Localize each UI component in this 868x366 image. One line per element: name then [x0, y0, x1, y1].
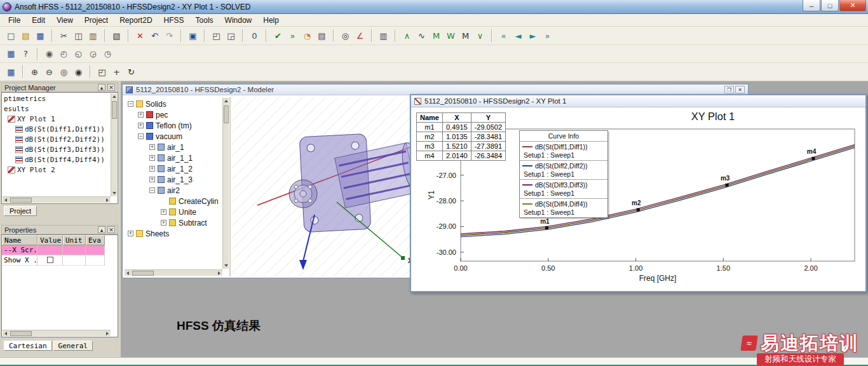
optimetrics-icon[interactable]: ◔ [301, 29, 314, 43]
curve-info-legend[interactable]: Curve Info dB(St(Diff1,Diff1))Setup1 : S… [519, 130, 608, 218]
modeler-tree-item[interactable]: +Teflon (tm) [125, 120, 222, 131]
create-report-icon[interactable]: ∠ [353, 29, 367, 43]
zero-order-icon[interactable]: 0 [248, 29, 261, 43]
fit-all-icon[interactable]: ◎ [57, 65, 71, 79]
modeler-tree-item[interactable]: CreateCylin [125, 196, 222, 207]
collapse-box-icon[interactable]: − [149, 187, 155, 193]
project-tree-item[interactable]: XY Plot 2 [3, 165, 111, 175]
modeler-restore-icon[interactable]: ❒ [724, 86, 734, 93]
modeler-tree-item[interactable]: +Subtract [125, 217, 222, 228]
delete-icon[interactable]: ✕ [133, 29, 147, 43]
close-button[interactable]: ✕ [839, 0, 866, 11]
modeler-tree-item[interactable]: −air2 [125, 185, 222, 196]
expand-box-icon[interactable]: + [138, 123, 144, 128]
menu-window[interactable]: Window [219, 15, 258, 26]
expand-box-icon[interactable]: + [149, 155, 155, 161]
property-row-x-scroll[interactable]: --X Scr... [2, 245, 118, 255]
expand-box-icon[interactable]: + [149, 144, 155, 150]
panel-collapse-icon[interactable]: ▴ [98, 226, 105, 233]
menu-tools[interactable]: Tools [190, 15, 219, 26]
analyze-all-icon[interactable]: » [286, 29, 299, 43]
menu-edit[interactable]: Edit [26, 15, 51, 26]
vscroll-thumb[interactable] [224, 105, 229, 123]
menu-hfss[interactable]: HFSS [158, 15, 190, 26]
orient-iso-icon[interactable]: ◴ [57, 47, 71, 60]
menu-file[interactable]: File [3, 15, 26, 26]
modeler-tree-item[interactable]: −vacuum [125, 131, 222, 142]
property-row-show-x[interactable]: Show X ... [2, 255, 118, 266]
modeler-tree-item[interactable]: +air_1 [125, 142, 222, 152]
expand-box-icon[interactable]: + [149, 177, 155, 182]
expand-box-icon[interactable]: + [138, 112, 144, 118]
maximize-button[interactable]: □ [821, 0, 839, 11]
wave-sine-icon[interactable]: ∿ [415, 29, 428, 43]
minimize-button[interactable]: – [803, 0, 820, 11]
expand-box-icon[interactable]: + [128, 231, 133, 236]
datasets-icon[interactable]: ▥ [377, 29, 390, 43]
paste-view-icon[interactable]: ◲ [224, 29, 238, 43]
modeler-tree-hscrollbar[interactable] [125, 269, 222, 276]
properties-hscrollbar[interactable] [3, 330, 111, 336]
orient-top-icon[interactable]: ◵ [72, 47, 85, 60]
legend-entry[interactable]: dB(St(Diff4,Diff4))Setup1 : Sweep1 [520, 198, 607, 217]
nav-next-icon[interactable]: ► [526, 29, 539, 43]
nav-first-icon[interactable]: « [497, 29, 510, 43]
project-tree-item[interactable]: dB(St(Diff2,Diff2)) [3, 134, 111, 144]
legend-entry[interactable]: dB(St(Diff3,Diff3))Setup1 : Sweep1 [520, 179, 607, 198]
project-tree-item[interactable]: dB(St(Diff1,Diff1)) [3, 124, 111, 134]
modeler-tree-vscrollbar[interactable] [222, 98, 229, 269]
title-bar[interactable]: Ansoft HFSS - 5112_20150810 - HFSSDesign… [0, 0, 868, 14]
column-name[interactable]: Name [2, 235, 37, 245]
modeler-tree-item[interactable]: +air_1_3 [125, 174, 222, 185]
orient-side-icon[interactable]: ◷ [101, 47, 114, 60]
xy-plot-title-bar[interactable]: 5112_20150810 - HFSSDesign2 - XY Plot 1 [411, 95, 865, 107]
project-tree-item[interactable]: esults [3, 104, 111, 114]
cut-icon[interactable]: ✂ [57, 29, 71, 43]
open-icon[interactable]: ▤ [19, 29, 32, 43]
modeler-close-icon[interactable]: ✕ [735, 86, 745, 93]
project-tree-item[interactable]: dB(St(Diff3,Diff3)) [3, 144, 111, 154]
solution-data-icon[interactable]: ▤ [315, 29, 329, 43]
panel-collapse-icon[interactable]: ▴ [98, 84, 105, 91]
snap-mode-icon[interactable]: ◉ [43, 47, 56, 60]
menu-report2d[interactable]: Report2D [114, 15, 158, 26]
expand-box-icon[interactable]: + [161, 209, 166, 215]
column-value[interactable]: Value [37, 235, 63, 245]
expand-box-icon[interactable]: + [161, 220, 166, 226]
wave-saw-icon[interactable]: W [444, 29, 458, 43]
project-tree-item[interactable]: ptimetrics [3, 93, 111, 104]
vscroll-thumb[interactable] [112, 101, 117, 119]
collapse-box-icon[interactable]: − [138, 133, 144, 139]
wave-exp-icon[interactable]: ∨ [473, 29, 487, 43]
redo-icon[interactable]: ↷ [163, 29, 176, 43]
print-icon[interactable]: ▧ [110, 29, 123, 43]
pan-icon[interactable]: + [110, 65, 123, 79]
tab-general[interactable]: General [53, 341, 93, 351]
show-x-checkbox[interactable] [47, 257, 53, 263]
column-eval[interactable]: Eva [86, 235, 105, 245]
nav-prev-icon[interactable]: ◄ [512, 29, 525, 43]
hscroll-thumb[interactable] [10, 331, 32, 336]
validate-icon[interactable]: ✔ [271, 29, 285, 43]
tab-project[interactable]: Project [4, 206, 37, 216]
project-tree-item[interactable]: XY Plot 1 [3, 114, 111, 124]
zoom-out-icon[interactable]: ⊖ [43, 65, 56, 79]
save-icon[interactable]: ▦ [34, 29, 47, 43]
menu-help[interactable]: Help [257, 15, 285, 26]
collapse-box-icon[interactable]: − [128, 101, 133, 107]
modeler-tree-item[interactable]: +Sheets [125, 228, 222, 239]
copy-view-icon[interactable]: ◰ [210, 29, 223, 43]
expand-box-icon[interactable]: + [149, 166, 155, 172]
copy-icon[interactable]: ◫ [72, 29, 85, 43]
help-topics-icon[interactable]: ▦ [4, 47, 18, 60]
undo-icon[interactable]: ↶ [148, 29, 161, 43]
wave-rect-icon[interactable]: ∧ [400, 29, 414, 43]
panel-close-icon[interactable]: ✕ [107, 84, 115, 91]
tab-cartesian[interactable]: Cartesian [4, 341, 52, 351]
modeler-tree-item[interactable]: +air_1_2 [125, 163, 222, 174]
magnifier-icon[interactable]: ◎ [339, 29, 352, 43]
select-object-icon[interactable]: ▣ [186, 29, 200, 43]
panel-close-icon[interactable]: ✕ [107, 226, 115, 233]
project-tree-vscrollbar[interactable] [111, 93, 117, 196]
hscroll-thumb[interactable] [10, 198, 32, 203]
